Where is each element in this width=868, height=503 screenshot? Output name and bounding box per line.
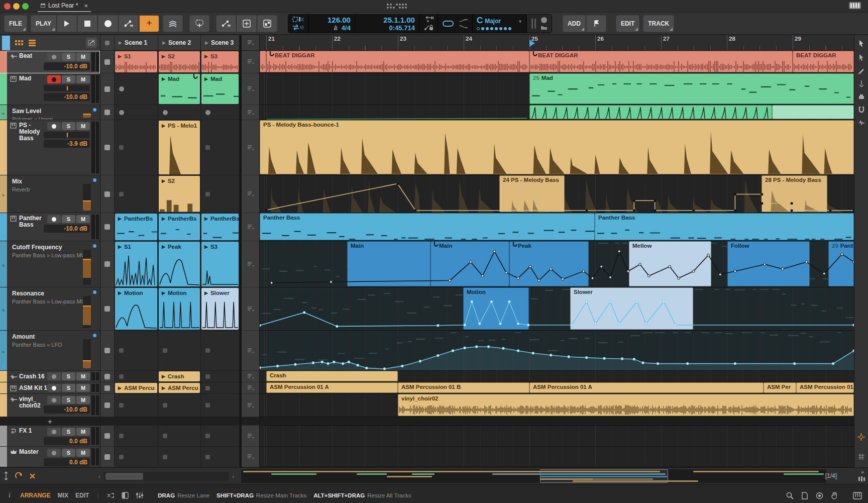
- arranger-clip[interactable]: BEAT DIGGAR: [793, 51, 854, 72]
- launcher-clip[interactable]: ▶Motion: [115, 288, 157, 330]
- scene-play-icon[interactable]: ▶: [205, 40, 208, 45]
- clip-slot[interactable]: [115, 120, 158, 175]
- volume-value[interactable]: 0.0 dB: [44, 437, 90, 445]
- record-arm-button[interactable]: [47, 122, 61, 130]
- track-header-mad[interactable]: MadSM-10.0 dB: [0, 73, 100, 105]
- mute-button[interactable]: M: [76, 122, 90, 130]
- clip-slot[interactable]: [115, 426, 158, 447]
- clip-stop-button[interactable]: [100, 447, 114, 467]
- transport-mode-icons[interactable]: [288, 15, 309, 33]
- track-header-ps-melody-bass[interactable]: PS - Melody BassSM-3.9 dB: [0, 120, 100, 175]
- clip-stop-button[interactable]: [100, 371, 114, 382]
- loop-section[interactable]: [438, 15, 473, 33]
- timeline-ruler[interactable]: 212223242526272829: [260, 35, 854, 51]
- statusbar-tab-arrange[interactable]: ARRANGE: [20, 492, 51, 499]
- scene-header-1[interactable]: ▶Scene 1: [115, 35, 158, 51]
- record-button[interactable]: [98, 15, 118, 32]
- clip-slot[interactable]: ▶PantherBs: [158, 213, 200, 241]
- zoom-fit-icon[interactable]: [858, 476, 866, 482]
- clip-slot[interactable]: ▶Mad: [201, 73, 239, 105]
- arranger-clip[interactable]: ASM Percussion 01 A: [796, 382, 854, 393]
- key-section[interactable]: CMajor▼: [473, 15, 527, 33]
- lane-button[interactable]: [242, 213, 259, 241]
- stop-button[interactable]: [77, 15, 97, 32]
- close-window-button[interactable]: [4, 3, 11, 10]
- snap-crosshair-icon[interactable]: [854, 430, 868, 443]
- clip-stop-button[interactable]: [100, 394, 114, 417]
- clip-stop-button[interactable]: [100, 241, 114, 287]
- clip-slot[interactable]: [201, 371, 239, 382]
- launcher-clip[interactable]: ▶PantherBs: [115, 214, 157, 240]
- clip-stop-button[interactable]: [100, 331, 114, 371]
- pencil-tool-icon[interactable]: [854, 64, 868, 77]
- arranger-clip[interactable]: Slower: [570, 287, 693, 330]
- onscreen-keyboard-icon[interactable]: [849, 2, 861, 9]
- record-arm-button[interactable]: [47, 372, 61, 380]
- group-add-icon[interactable]: +: [0, 363, 7, 369]
- project-tab[interactable]: Lost Pear * ×: [38, 1, 91, 12]
- track-header-mix[interactable]: MixReverb: [0, 175, 100, 213]
- arranger-lane-saw-level[interactable]: [260, 105, 854, 120]
- automation-write-button[interactable]: w: [119, 15, 139, 32]
- lane-button[interactable]: [242, 73, 259, 105]
- lane-button[interactable]: [242, 331, 259, 371]
- automation-active-dot[interactable]: [93, 108, 96, 112]
- arranger-clip[interactable]: [529, 105, 772, 119]
- metronome-button[interactable]: [189, 15, 209, 32]
- clip-slot[interactable]: [201, 447, 239, 467]
- clip-slot[interactable]: [201, 382, 239, 394]
- volume-value[interactable]: -10.0 dB: [44, 93, 90, 101]
- automation-fader[interactable]: [83, 184, 91, 211]
- scroll-right-icon[interactable]: ›: [232, 473, 234, 479]
- solo-button[interactable]: S: [62, 75, 75, 83]
- track-header-master[interactable]: MasterSM0.0 dB: [0, 447, 100, 467]
- clip-slot[interactable]: [115, 331, 158, 371]
- solo-button[interactable]: S: [62, 215, 75, 223]
- track-header-amount[interactable]: AmountPanther Bass » LFO+: [0, 331, 100, 371]
- knife-tool-icon[interactable]: [854, 77, 868, 90]
- clip-slot[interactable]: [201, 394, 239, 417]
- lane-button[interactable]: [242, 287, 259, 331]
- fill-mode-button[interactable]: [163, 15, 183, 32]
- arranger-lane-crash-16[interactable]: Crash: [260, 371, 854, 382]
- statusbar-tab-mix[interactable]: MIX: [58, 492, 68, 499]
- arranger-clip[interactable]: Panther Bass: [595, 213, 854, 240]
- clip-slot[interactable]: ▶Motion: [158, 287, 200, 331]
- arranger-clip[interactable]: ASM Percussion 01 A: [266, 382, 398, 393]
- record-status-icon[interactable]: [816, 492, 823, 499]
- list-view-icon[interactable]: [29, 39, 36, 47]
- arranger-lane-master[interactable]: [260, 447, 854, 467]
- mute-button[interactable]: M: [76, 396, 90, 404]
- clip-slot[interactable]: [158, 105, 200, 120]
- record-arm-button[interactable]: [47, 396, 61, 404]
- add-panel-button[interactable]: [237, 15, 257, 32]
- clip-slot[interactable]: [201, 120, 239, 175]
- dual-panel-icon[interactable]: [122, 492, 129, 499]
- magnet-icon[interactable]: [854, 103, 868, 116]
- clip-slot[interactable]: ▶Motion: [115, 287, 158, 331]
- clip-stop-button[interactable]: [100, 287, 114, 331]
- clip-stop-button[interactable]: [100, 105, 114, 120]
- volume-value[interactable]: -3.9 dB: [44, 140, 90, 148]
- arranger-lane-fx-1[interactable]: [260, 426, 854, 447]
- clip-slot[interactable]: ▶S2: [158, 175, 200, 213]
- layout-swap-icon[interactable]: [106, 492, 115, 499]
- solo-button[interactable]: S: [62, 428, 75, 436]
- arranger-lane-add[interactable]: [260, 417, 854, 426]
- clip-slot[interactable]: ▶S1: [115, 241, 158, 287]
- launcher-clip[interactable]: ▶ASM Percu: [115, 383, 157, 393]
- clip-slot[interactable]: [158, 426, 200, 447]
- grid-view-icon[interactable]: [15, 40, 24, 46]
- arranger-clip[interactable]: ASM Percussion 01 B: [398, 382, 529, 393]
- track-header-crash-16[interactable]: Crash 16SM: [0, 371, 100, 382]
- arranger-clip[interactable]: Follow: [727, 241, 810, 286]
- launcher-clip[interactable]: ▶PS - Melo1: [159, 121, 200, 174]
- clip-slot[interactable]: ▶PantherBs: [201, 213, 239, 241]
- clip-stop-button[interactable]: [100, 382, 114, 394]
- arranger-clip[interactable]: 24 PS - Melody Bass: [499, 175, 565, 212]
- pan-slider[interactable]: [44, 85, 90, 91]
- arranger-clip[interactable]: Motion: [463, 287, 529, 330]
- launcher-clip[interactable]: ▶ASM Percu: [159, 383, 200, 393]
- automation-active-dot[interactable]: [93, 290, 96, 294]
- arranger-clip[interactable]: BEAT DIGGAR: [529, 51, 793, 72]
